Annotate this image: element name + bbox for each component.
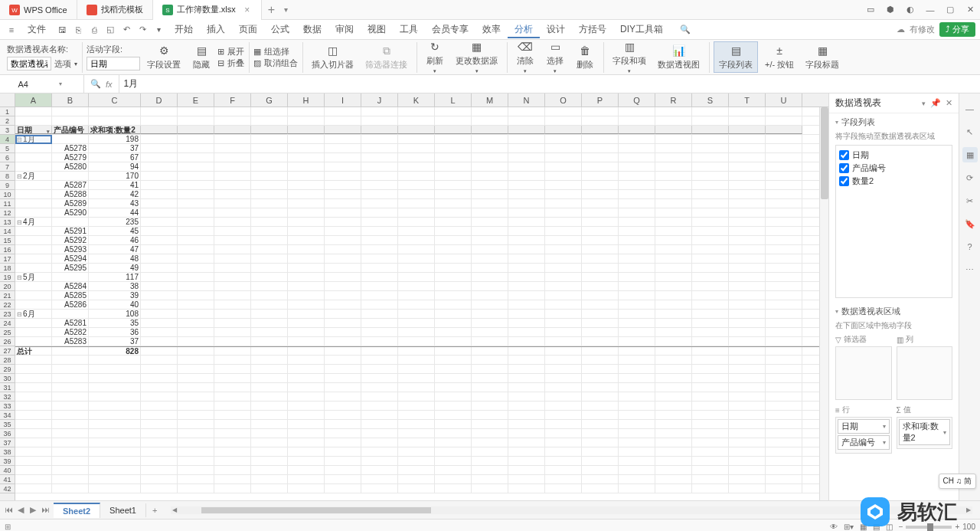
cell[interactable]: [52, 475, 89, 483]
cell[interactable]: [655, 365, 692, 373]
cell[interactable]: [582, 190, 619, 198]
ungroup-button[interactable]: ▨取消组合: [253, 57, 298, 69]
cell[interactable]: [508, 319, 545, 327]
cell[interactable]: [655, 383, 692, 392]
cell[interactable]: [729, 374, 766, 382]
cell[interactable]: [15, 144, 52, 152]
cell[interactable]: [15, 190, 52, 198]
cell[interactable]: [361, 356, 398, 364]
cell[interactable]: [508, 254, 545, 263]
cell[interactable]: [141, 310, 178, 318]
hamburger-icon[interactable]: ≡: [5, 23, 18, 37]
pin-icon[interactable]: 📌: [930, 98, 941, 108]
cell[interactable]: [766, 365, 802, 373]
cell[interactable]: [435, 438, 472, 447]
cell[interactable]: [508, 347, 545, 355]
cell[interactable]: [214, 402, 251, 410]
cell[interactable]: [508, 264, 545, 272]
cell[interactable]: [141, 245, 178, 254]
cell[interactable]: [655, 199, 692, 208]
cell[interactable]: [398, 144, 435, 152]
cell[interactable]: [141, 236, 178, 244]
cell[interactable]: [508, 291, 545, 300]
cell[interactable]: [545, 310, 582, 318]
cell[interactable]: [52, 347, 89, 355]
row-header[interactable]: 20: [0, 282, 15, 291]
cell[interactable]: [178, 199, 214, 208]
cell[interactable]: [472, 126, 508, 134]
cell[interactable]: [472, 328, 508, 336]
zoom-icon[interactable]: 🔍: [90, 79, 101, 89]
minimize-panel-icon[interactable]: —: [962, 101, 978, 116]
cell[interactable]: [472, 208, 508, 217]
last-sheet[interactable]: ⏭: [40, 505, 51, 515]
cell[interactable]: [619, 126, 655, 134]
cell[interactable]: [582, 181, 619, 189]
cell[interactable]: [214, 392, 251, 401]
cell[interactable]: [325, 365, 361, 373]
cell[interactable]: [398, 383, 435, 392]
cell[interactable]: [141, 190, 178, 198]
cell[interactable]: [214, 337, 251, 346]
cell[interactable]: [141, 392, 178, 401]
cell[interactable]: [619, 300, 655, 309]
cell[interactable]: [729, 411, 766, 419]
cell[interactable]: [214, 264, 251, 272]
cell[interactable]: [251, 484, 288, 493]
cell[interactable]: [178, 374, 214, 382]
cell[interactable]: [619, 429, 655, 438]
cell[interactable]: [582, 135, 619, 143]
cell[interactable]: [325, 162, 361, 171]
cell[interactable]: [582, 264, 619, 272]
row-header[interactable]: 14: [0, 227, 15, 236]
cell[interactable]: [141, 264, 178, 272]
cell[interactable]: [472, 365, 508, 373]
cell[interactable]: [251, 135, 288, 143]
area-chip[interactable]: 求和项:数量2▾: [899, 419, 951, 445]
cell[interactable]: [472, 383, 508, 392]
cell[interactable]: [766, 172, 802, 180]
cell[interactable]: [582, 356, 619, 364]
fields-items-button[interactable]: ▥字段和项▾: [608, 38, 651, 76]
cell[interactable]: [619, 254, 655, 263]
cell[interactable]: [508, 218, 545, 226]
cell[interactable]: [141, 135, 178, 143]
cell[interactable]: [251, 319, 288, 327]
cell[interactable]: [214, 254, 251, 263]
cell[interactable]: [214, 429, 251, 438]
cell[interactable]: 36: [89, 328, 141, 336]
menu-会员专享[interactable]: 会员专享: [425, 21, 475, 37]
cell[interactable]: [472, 347, 508, 355]
cell[interactable]: 49: [89, 264, 141, 272]
cell[interactable]: [619, 310, 655, 318]
cell[interactable]: [141, 484, 178, 493]
cell[interactable]: [15, 328, 52, 336]
cell[interactable]: [52, 365, 89, 373]
cell[interactable]: A5290: [52, 208, 89, 217]
cell[interactable]: [141, 227, 178, 235]
cell[interactable]: [325, 447, 361, 456]
cell[interactable]: [545, 328, 582, 336]
next-sheet[interactable]: ▶: [28, 505, 38, 515]
cell[interactable]: [15, 420, 52, 428]
cell[interactable]: [52, 438, 89, 447]
cell[interactable]: [89, 356, 141, 364]
cell[interactable]: [178, 273, 214, 281]
cell[interactable]: [508, 420, 545, 428]
cell[interactable]: [361, 300, 398, 309]
cell[interactable]: [178, 135, 214, 143]
cell[interactable]: 117: [89, 273, 141, 281]
cell[interactable]: [655, 245, 692, 254]
filters-area[interactable]: [835, 346, 892, 400]
cell[interactable]: [545, 484, 582, 493]
cell[interactable]: [655, 328, 692, 336]
cell[interactable]: [398, 273, 435, 281]
cell[interactable]: [288, 374, 325, 382]
cell[interactable]: [288, 282, 325, 290]
template-tab[interactable]: 找稻壳模板: [77, 0, 153, 20]
cell[interactable]: [251, 411, 288, 419]
cell[interactable]: [692, 144, 729, 152]
cell[interactable]: [52, 135, 89, 143]
cell[interactable]: [398, 190, 435, 198]
active-field-input[interactable]: [87, 57, 140, 70]
